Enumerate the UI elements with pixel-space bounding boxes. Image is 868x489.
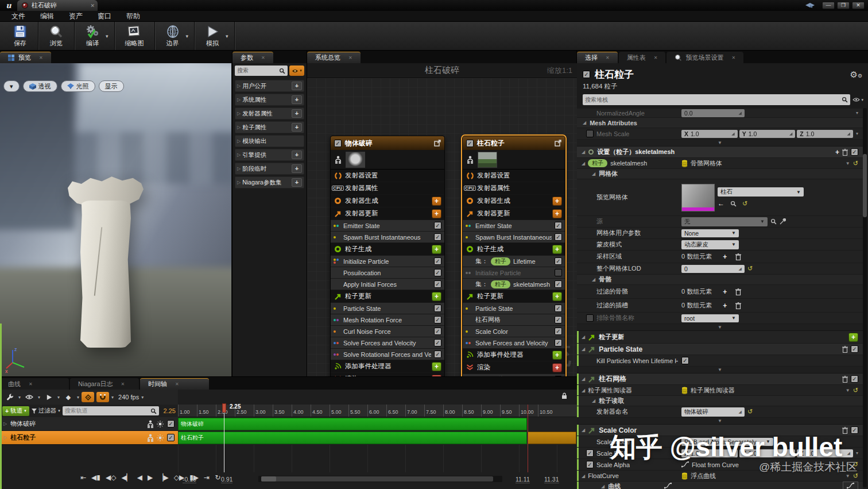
tab-attributes-table[interactable]: 属性表✕ <box>619 52 666 63</box>
stack-group-发射器生成[interactable]: 发射器生成+ <box>331 195 444 207</box>
section-header-粒子读取[interactable]: ◢粒子读取 <box>577 396 863 406</box>
stage-header-粒子更新[interactable]: ◢粒子更新+ <box>577 331 863 344</box>
add-module-button[interactable]: + <box>552 363 562 372</box>
stack-group-添加事件处理器[interactable]: 添加事件处理器+ <box>331 360 444 373</box>
browse-button[interactable]: 浏览 <box>44 24 68 49</box>
parameters-view-options-button[interactable]: ▾ <box>289 66 304 76</box>
camera-lock-icon[interactable] <box>561 392 567 399</box>
stack-group-添加事件处理器[interactable]: 添加事件处理器+ <box>463 349 565 361</box>
stack-module-Solve Forces and Velocity[interactable]: Solve Forces and Velocity✓ <box>331 337 444 349</box>
property-checkbox[interactable] <box>586 314 594 322</box>
expander-button[interactable]: ▼ <box>577 418 863 425</box>
tab-close-icon[interactable]: ✕ <box>348 55 352 60</box>
emitter-node-柱石粒子[interactable]: ✓柱石粒子发射器设置CPU发射器属性发射器生成+发射器更新+Emitter St… <box>462 136 565 376</box>
dropdown-caret-icon[interactable]: ▾ <box>226 33 228 39</box>
track-search-input[interactable]: 搜索轨道 <box>63 406 159 415</box>
fps-dropdown[interactable]: 240 fps <box>118 394 139 401</box>
reset-icon[interactable]: ↺ <box>853 472 858 480</box>
tab-system-overview[interactable]: 系统总览 ✕ <box>307 52 361 63</box>
stack-module-Mesh Rotation Force[interactable]: Mesh Rotation Force✓ <box>331 314 444 326</box>
add-module-button[interactable]: + <box>432 292 441 301</box>
tab-preview-scene-settings[interactable]: 预览场景设置✕ <box>666 52 743 63</box>
module-enabled-checkbox[interactable]: ✓ <box>434 328 441 335</box>
section-header-骨骼[interactable]: ◢骨骼 <box>577 275 863 285</box>
menu-0[interactable]: 文件 <box>5 10 32 22</box>
module-header-设置（粒子）skeletalmesh[interactable]: ◢设置（粒子）skeletalmesh+✓ <box>577 147 863 158</box>
module-enabled-checkbox[interactable]: ✓ <box>851 148 858 156</box>
add-module-button[interactable]: + <box>552 351 562 360</box>
module-enabled-checkbox[interactable]: ✓ <box>434 233 441 241</box>
go-to-end-button[interactable]: ⇥ <box>204 473 210 482</box>
module-enabled-checkbox[interactable] <box>555 269 562 276</box>
add-module-button[interactable]: + <box>552 292 562 301</box>
menu-4[interactable]: 帮助 <box>119 10 147 22</box>
chevron-down-icon[interactable]: ▼ <box>846 388 850 393</box>
module-enabled-checkbox[interactable]: ✓ <box>555 233 562 241</box>
emitter-node-header[interactable]: ✓物体破碎 <box>331 136 444 150</box>
reset-icon[interactable]: ↺ <box>742 200 747 207</box>
chevron-down-icon[interactable]: ▼ <box>846 473 850 479</box>
stack-group-发射器生成[interactable]: 发射器生成+ <box>463 195 565 207</box>
range-end-a[interactable]: 11.11 <box>516 476 530 483</box>
playhead-line[interactable] <box>224 405 224 472</box>
tab-close-icon[interactable]: ✕ <box>175 382 179 387</box>
stack-module-Scale Color[interactable]: Scale Color✓ <box>463 326 565 337</box>
module-enabled-checkbox[interactable]: ✓ <box>555 339 562 346</box>
add-module-button[interactable]: + <box>552 209 562 218</box>
dropdown-caret-icon[interactable]: ▾ <box>106 33 108 39</box>
asset-tab[interactable]: 柱石破碎 ✕ <box>17 0 98 11</box>
chevron-down-icon[interactable]: ▾ <box>856 451 858 456</box>
track-row-柱石粒子[interactable]: ▷柱石粒子✓ <box>0 431 178 445</box>
module-header-Scale Color[interactable]: ◢Scale Color✓ <box>577 425 863 436</box>
dropdown-蒙皮模式[interactable]: 动态蒙皮▼ <box>681 240 739 249</box>
module-enabled-checkbox[interactable]: ✓ <box>434 269 441 276</box>
property-checkbox[interactable] <box>586 130 594 137</box>
use-selected-asset-button[interactable]: ← <box>718 199 724 207</box>
chevron-down-icon[interactable]: ▾ <box>77 395 79 400</box>
vector-y-field[interactable]: Y 1.0◢ <box>739 449 796 457</box>
input-row-FloatCurve[interactable]: ◢FloatCurve浮点曲线▼↺ <box>577 471 863 482</box>
curve-template-button[interactable] <box>843 482 858 489</box>
reset-icon[interactable]: ↺ <box>853 461 858 468</box>
add-module-button[interactable]: + <box>432 362 441 371</box>
stack-module-Spawn Burst Instantaneous[interactable]: Spawn Burst Instantaneous✓ <box>463 232 565 243</box>
expander-button[interactable]: ▼ <box>577 140 863 147</box>
tab-close-icon[interactable]: ✕ <box>121 382 125 387</box>
stack-module-Apply Initial Forces[interactable]: Apply Initial Forces✓ <box>331 279 444 290</box>
timeline-bar-柱石粒子[interactable]: 柱石粒子 <box>178 432 527 444</box>
auto-key-button[interactable] <box>82 392 94 402</box>
trash-icon[interactable] <box>735 302 741 309</box>
restore-button[interactable]: ❐ <box>837 2 850 9</box>
module-enabled-checkbox[interactable]: ✓ <box>434 257 441 265</box>
menu-1[interactable]: 编辑 <box>33 10 61 22</box>
timeline-scrollbar-thumb[interactable] <box>261 476 493 482</box>
add-module-button[interactable]: + <box>432 197 441 206</box>
view-range-start[interactable]: -0.10 <box>183 476 196 483</box>
module-enabled-checkbox[interactable]: ✓ <box>434 351 441 358</box>
parameter-category-模块输出[interactable]: ▷模块输出 <box>235 135 304 147</box>
tab-curves[interactable]: 曲线✕ <box>0 378 69 390</box>
section-header-网格体[interactable]: ◢网格体 <box>577 169 863 179</box>
track-row-物体破碎[interactable]: ▷物体破碎✓ <box>0 417 178 431</box>
stack-group-粒子更新[interactable]: 粒子更新+ <box>463 290 565 303</box>
chevron-down-icon[interactable]: ▾ <box>141 395 144 400</box>
chevron-down-icon[interactable]: ▼ <box>846 462 850 467</box>
tab-close-icon[interactable]: ✕ <box>731 55 735 60</box>
viewport-perspective-button[interactable]: 透视 <box>23 80 57 92</box>
input-row-粒子属性阅读器[interactable]: ◢粒子属性阅读器粒子属性阅读器▼↺ <box>577 385 863 396</box>
stack-module-Solve Forces and Velocity[interactable]: Solve Forces and Velocity✓ <box>463 337 565 349</box>
dropdown-排除骨骼名称[interactable]: root▼ <box>681 314 739 322</box>
module-header-柱石网格[interactable]: ◢柱石网格✓ <box>577 374 863 385</box>
play-reverse-button[interactable]: ◀ <box>137 473 142 482</box>
stack-group-发射器属性[interactable]: CPU发射器属性 <box>463 182 565 195</box>
playhead-marker[interactable] <box>222 403 226 413</box>
stack-group-渲染[interactable]: 渲染+ <box>463 361 565 374</box>
add-module-button[interactable]: + <box>848 333 858 342</box>
parameter-category-粒子属性[interactable]: ▷粒子属性+ <box>235 121 304 133</box>
stack-group-发射器更新[interactable]: 发射器更新+ <box>463 207 565 220</box>
add-array-element-button[interactable]: + <box>723 288 727 296</box>
section-header-曲线[interactable]: ◢曲线 <box>577 482 863 489</box>
view-options-eye-button[interactable] <box>23 392 36 402</box>
tutorial-icon[interactable] <box>805 2 815 9</box>
viewport-options-button[interactable]: ▾ <box>3 80 20 92</box>
